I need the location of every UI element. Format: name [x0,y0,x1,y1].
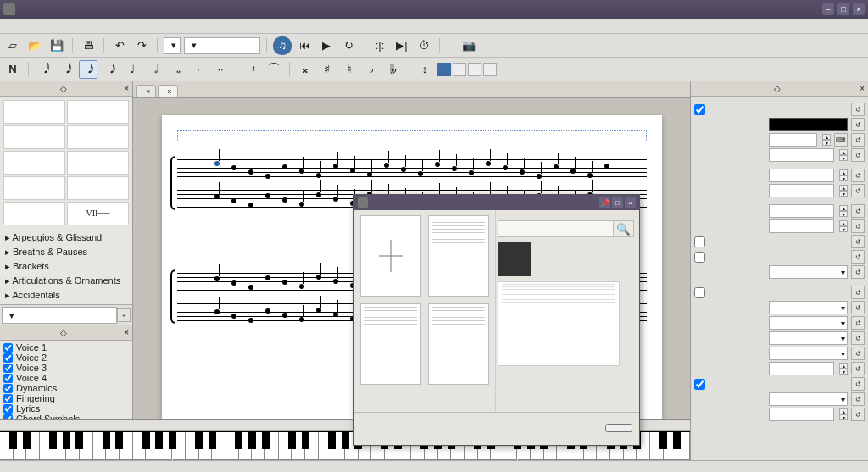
open-button[interactable]: 📂 [25,36,44,55]
community-item[interactable] [498,242,634,276]
search-button[interactable]: 🔍 [614,220,634,237]
selection-checkbox[interactable] [3,404,13,414]
dialog-close-button[interactable]: × [625,197,636,208]
tab-close-icon[interactable]: × [167,87,171,96]
leading-input[interactable] [769,169,834,182]
reset-icon[interactable]: ↺ [851,235,865,248]
mirror-combo[interactable]: ▾ [769,331,848,345]
hoffset-input[interactable] [769,133,817,147]
palette-cell[interactable] [67,100,129,124]
spinner[interactable]: ▴▾ [839,169,848,181]
reset-icon[interactable]: ↺ [851,204,865,218]
inspector-float-icon[interactable]: ◇ [774,84,781,93]
voice-3[interactable] [468,63,481,76]
metronome-icon[interactable]: ♫ [273,36,292,55]
dotpos-combo[interactable]: ▾ [769,347,848,360]
new-button[interactable]: ▱ [3,36,22,55]
palette-cell[interactable] [3,176,65,200]
reset-icon[interactable]: ↺ [851,316,865,330]
metronome-button[interactable]: ⏱ [415,36,433,55]
palette-cell[interactable] [3,125,65,149]
window-close-button[interactable]: × [853,3,865,15]
visible-checkbox[interactable] [694,104,705,115]
headtype-combo[interactable]: ▾ [769,316,848,330]
thumb-prelude[interactable] [427,215,490,298]
selection-checkbox[interactable] [3,394,13,403]
reset-icon[interactable]: ↺ [851,219,865,233]
headgroup-combo[interactable]: ▾ [769,301,848,314]
flat-icon[interactable]: ♭ [362,60,381,79]
reset-icon[interactable]: ↺ [851,408,865,421]
spinner[interactable]: ▴▾ [822,134,831,146]
thumb-reunion[interactable] [359,303,422,386]
rewind-button[interactable]: ⏮ [295,36,314,55]
search-input[interactable] [498,220,614,237]
stemless-checkbox[interactable] [694,252,705,263]
tab-my-first-score[interactable]: × [136,85,156,97]
tie-button[interactable]: ⁀ [264,60,283,79]
camera-icon[interactable]: 📷 [459,36,478,55]
minimize-button[interactable]: – [822,3,834,15]
palette-category[interactable]: ▸ Articulations & Ornaments [5,274,127,288]
palette-cell[interactable] [67,125,129,149]
duration-quarter[interactable]: ♩ [123,60,142,79]
rest-button[interactable]: 𝄽 [242,60,261,79]
loop-button[interactable]: ↻ [339,36,358,55]
community-preview[interactable] [498,281,620,366]
reset-icon[interactable]: ↺ [851,265,865,279]
chord-hoffset-input[interactable] [769,204,834,218]
palette-category[interactable]: ▸ Brackets [5,259,127,274]
tab-prelude-fugue[interactable]: × [158,85,177,97]
selection-float-icon[interactable]: ◇ [60,328,67,337]
palettes-close-icon[interactable]: × [124,84,129,93]
duration-whole[interactable]: 𝅝 [167,60,186,79]
pan-button[interactable]: ▶| [392,36,411,55]
double-flat-icon[interactable]: 𝄫 [384,60,403,79]
palette-category[interactable]: ▸ Breaths & Pauses [5,245,127,259]
chord-small-checkbox[interactable] [694,236,705,247]
selection-checkbox[interactable] [3,384,13,393]
palette-mode-combo[interactable]: ▾ [2,307,117,324]
palette-category[interactable]: ▸ Arpeggios & Glissandi [5,230,127,245]
spinner[interactable]: ▴▾ [839,220,848,232]
duration-half[interactable]: 𝅗𝅥 [145,60,164,79]
tab-close-icon[interactable]: × [146,87,150,96]
spinner[interactable]: ▴▾ [839,149,848,161]
dialog-max-button[interactable]: □ [612,197,623,208]
selection-close-icon[interactable]: × [124,328,129,337]
inspector-close-icon[interactable]: × [860,84,865,93]
play-checkbox[interactable] [694,379,705,390]
undo-button[interactable]: ↶ [110,36,129,55]
print-button[interactable]: 🖶 [79,36,97,55]
redo-button[interactable]: ↷ [132,36,151,55]
voffset-input[interactable] [769,148,834,162]
reset-icon[interactable]: ↺ [851,250,865,264]
duration-16th[interactable]: 𝅘𝅥𝅯 [79,60,97,79]
reset-icon[interactable]: ↺ [851,169,865,182]
palette-cell[interactable] [3,202,65,225]
palette-cell[interactable] [3,100,65,124]
zoom-combo[interactable]: ▾ [164,37,181,54]
palette-category[interactable]: ▸ Accidentals [5,288,127,303]
voice-1[interactable] [437,63,451,76]
palette-cell[interactable] [3,151,65,175]
reset-icon[interactable]: ↺ [851,148,865,162]
stemdir-combo[interactable]: ▾ [769,265,848,279]
view-mode-combo[interactable]: ▾ [184,37,260,54]
play-button[interactable]: ▶ [317,36,336,55]
sharp-icon[interactable]: ♯ [318,60,337,79]
note-small-checkbox[interactable] [694,287,705,298]
chord-voffset-input[interactable] [769,219,834,233]
reset-icon[interactable]: ↺ [851,133,865,147]
tuning-input[interactable] [769,362,834,375]
spinner[interactable]: ▴▾ [839,185,848,197]
thumb-create-new[interactable] [359,215,422,298]
note-input-button[interactable]: N [3,60,22,79]
save-button[interactable]: 💾 [47,36,66,55]
reset-icon[interactable]: ↺ [851,392,865,406]
palette-cell[interactable] [67,176,129,200]
velocity-input[interactable] [769,408,834,421]
palette-cell[interactable]: VII── [67,202,129,225]
color-swatch[interactable] [769,118,848,131]
keyboard-icon[interactable]: ⌨ [834,133,848,147]
